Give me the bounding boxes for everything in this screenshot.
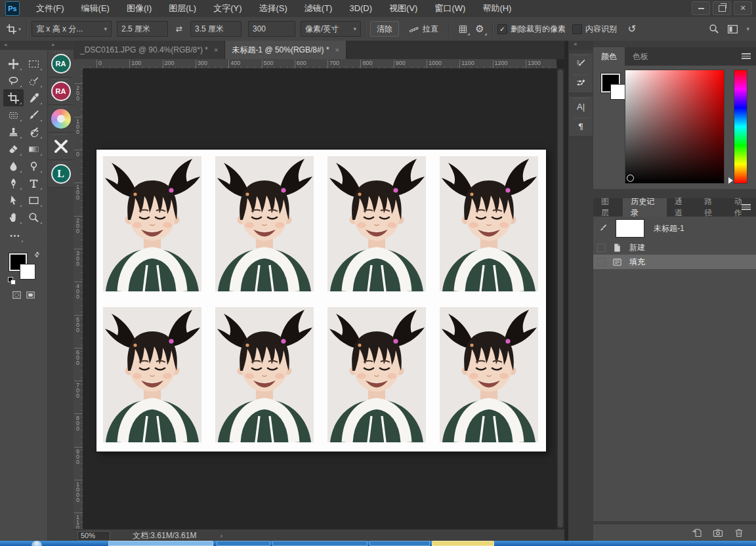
tool-crop[interactable] — [3, 89, 24, 106]
workspace-switcher-icon[interactable] — [727, 24, 738, 35]
delete-cropped-pixels-label[interactable]: 删除裁剪的像素 — [511, 24, 566, 35]
menu-item-3[interactable]: 图像(I) — [118, 0, 160, 17]
history-entry-1[interactable]: 新建 — [593, 240, 756, 255]
crop-aspect-select[interactable]: 宽 x 高 x 分...▾ — [32, 21, 112, 37]
paragraph-panel-icon[interactable]: ¶ — [569, 116, 593, 136]
search-icon[interactable] — [709, 24, 719, 34]
tool-hand[interactable] — [3, 209, 24, 226]
tool-eraser[interactable] — [3, 140, 24, 158]
vertical-scrollbar[interactable] — [556, 68, 564, 529]
restore-button[interactable] — [713, 1, 731, 15]
scrollbar-thumb[interactable] — [558, 70, 563, 528]
tab-close-icon[interactable]: × — [214, 46, 218, 54]
color-field-cursor[interactable] — [627, 175, 634, 182]
crop-height-input[interactable]: 3.5 厘米 — [190, 21, 242, 37]
resolution-unit-select[interactable]: 像素/英寸▾ — [301, 21, 361, 37]
document-tab-2[interactable]: 未标题-1 @ 50%(RGB/8#) *× — [225, 41, 346, 59]
menu-item-7[interactable]: 滤镜(T) — [296, 0, 341, 17]
character-panel-icon[interactable]: A| — [569, 96, 593, 116]
panel-group-tab-1[interactable]: 图层 — [593, 198, 623, 217]
tool-stamp[interactable] — [3, 123, 24, 140]
tool-eyedropper[interactable] — [24, 89, 44, 106]
panel-group-tab-4[interactable]: 路径 — [696, 198, 726, 217]
panel-background-swatch[interactable] — [610, 84, 626, 100]
crop-overlay-grid-icon[interactable] — [454, 21, 471, 37]
hue-slider[interactable] — [734, 70, 747, 184]
close-button[interactable]: ✕ — [734, 1, 752, 15]
tab-close-icon[interactable]: × — [335, 46, 339, 54]
panel-group-tab-2[interactable]: 历史记录 — [623, 198, 667, 217]
tool-marquee[interactable] — [24, 55, 44, 72]
history-brush-source-icon[interactable] — [597, 224, 609, 233]
taskbar-app-5[interactable] — [432, 541, 494, 546]
status-expander-icon[interactable]: › — [220, 532, 222, 539]
taskbar-app-4[interactable] — [369, 541, 430, 546]
extension-badge-5[interactable]: L — [48, 160, 74, 188]
menu-item-5[interactable]: 文字(Y) — [205, 0, 250, 17]
workspace-chevron-icon[interactable]: ▾ — [746, 26, 749, 32]
menu-item-9[interactable]: 视图(V) — [381, 0, 426, 17]
tool-shape[interactable] — [24, 192, 44, 209]
quick-mask-icon[interactable] — [12, 290, 22, 300]
tool-pathselect[interactable] — [3, 192, 24, 209]
menu-item-2[interactable]: 编辑(E) — [73, 0, 118, 17]
panel-group-tab-3[interactable]: 通道 — [667, 198, 696, 217]
new-snapshot-camera-icon[interactable] — [713, 528, 723, 538]
history-source-checkbox[interactable] — [597, 243, 606, 252]
windows-taskbar[interactable] — [0, 541, 756, 546]
menu-item-1[interactable]: 文件(F) — [28, 0, 73, 17]
tool-zoom[interactable] — [24, 209, 44, 226]
delete-state-trash-icon[interactable] — [734, 528, 744, 538]
menu-item-6[interactable]: 选择(S) — [250, 0, 295, 17]
extension-badge-2[interactable]: RA — [48, 77, 74, 105]
tool-edit-toolbar-ellipsis[interactable] — [5, 227, 25, 244]
extension-badge-4[interactable] — [48, 133, 74, 160]
hue-slider-cursor[interactable] — [728, 177, 733, 184]
default-colors-icon[interactable] — [8, 277, 14, 284]
zoom-level-field[interactable]: 50% — [77, 531, 110, 541]
crop-width-input[interactable]: 2.5 厘米 — [117, 21, 168, 37]
content-aware-checkbox[interactable] — [572, 24, 582, 34]
brushes-panel-icon[interactable] — [569, 73, 593, 93]
menu-item-4[interactable]: 图层(L) — [160, 0, 205, 17]
panel-menu-icon[interactable] — [742, 204, 751, 210]
tool-pen[interactable] — [3, 175, 24, 192]
menu-item-11[interactable]: 帮助(H) — [474, 0, 520, 17]
new-document-from-state-icon[interactable] — [692, 528, 702, 538]
expand-panels-icon[interactable]: « — [568, 41, 593, 50]
tool-historybrush[interactable] — [24, 123, 44, 140]
straighten-icon[interactable] — [406, 21, 423, 37]
collapse-toolbar-icon[interactable]: « — [4, 41, 8, 48]
screen-mode-icon[interactable] — [26, 290, 35, 300]
saturation-brightness-field[interactable] — [625, 70, 724, 184]
start-orb[interactable] — [32, 541, 42, 546]
color-panel-tab-2[interactable]: 色板 — [625, 47, 656, 66]
extension-badge-1[interactable]: RA — [48, 50, 74, 77]
tool-patch[interactable] — [3, 106, 24, 123]
tool-lasso[interactable] — [3, 72, 24, 89]
tool-quickselect[interactable] — [24, 72, 44, 89]
tool-blur[interactable] — [3, 158, 24, 175]
color-panel-tab-1[interactable]: 颜色 — [593, 47, 625, 66]
history-source-checkbox[interactable] — [597, 258, 606, 266]
menu-item-10[interactable]: 窗口(W) — [426, 0, 474, 17]
canvas-document[interactable] — [96, 150, 546, 452]
panel-menu-icon[interactable] — [742, 53, 751, 59]
taskbar-app-1[interactable] — [108, 541, 213, 546]
extension-badge-3[interactable] — [48, 105, 74, 133]
swap-colors-icon[interactable]: ⇄ — [32, 250, 41, 259]
menu-item-8[interactable]: 3D(D) — [341, 0, 381, 17]
taskbar-app-2[interactable] — [217, 541, 270, 546]
crop-tool-preset-icon[interactable]: ▾ — [5, 21, 22, 37]
canvas-viewport[interactable] — [83, 68, 556, 529]
ruler-corner[interactable] — [74, 59, 83, 69]
tool-move[interactable] — [3, 55, 24, 72]
brush-settings-panel-icon[interactable] — [569, 53, 593, 73]
history-snapshot-row[interactable]: 未标题-1 — [593, 217, 756, 240]
crop-settings-gear-icon[interactable]: ⚙ — [471, 21, 488, 37]
tool-brush[interactable] — [24, 106, 44, 123]
tool-gradient[interactable] — [24, 140, 44, 158]
taskbar-app-3[interactable] — [272, 541, 368, 546]
expand-badges-icon[interactable]: » — [51, 41, 55, 48]
delete-cropped-pixels-checkbox[interactable]: ✓ — [497, 24, 507, 34]
